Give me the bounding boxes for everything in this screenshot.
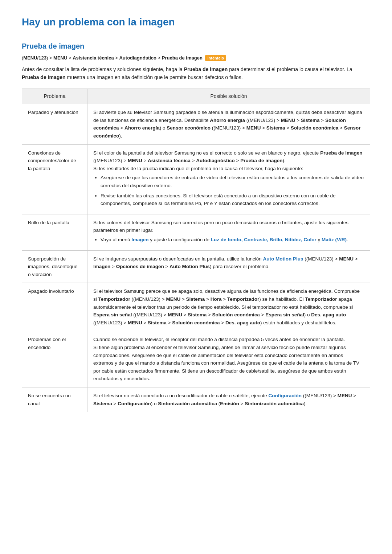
table-row: Problemas con el encendido Cuando se enc…	[22, 331, 370, 387]
problem-cell: Superposición de imágenes, desenfoque o …	[22, 250, 87, 283]
section-title: Prueba de imagen	[22, 41, 370, 52]
table-row: Conexiones de componentes/color de la pa…	[22, 144, 370, 214]
solution-cell: Si el televisor no está conectado a un d…	[87, 387, 370, 412]
problems-table: Problema Posible solución Parpadeo y ate…	[22, 89, 370, 412]
problem-cell: Problemas con el encendido	[22, 331, 87, 387]
solution-cell: Cuando se enciende el televisor, el rece…	[87, 331, 370, 387]
page-title: Hay un problema con la imagen	[22, 15, 370, 30]
problem-cell: Brillo de la pantalla	[22, 214, 87, 250]
problem-cell: Parpadeo y atenuación	[22, 104, 87, 144]
table-row: Parpadeo y atenuación Si advierte que su…	[22, 104, 370, 144]
table-row: Apagado involuntario Si el televisor Sam…	[22, 283, 370, 331]
problem-cell: Apagado involuntario	[22, 283, 87, 331]
table-row: Superposición de imágenes, desenfoque o …	[22, 250, 370, 283]
intentelo-badge[interactable]: Inténtelo	[205, 55, 226, 61]
problem-cell: Conexiones de componentes/color de la pa…	[22, 144, 87, 214]
solution-cell: Si el televisor Samsung parece que se ap…	[87, 283, 370, 331]
intro-text: Antes de consultar la lista de problemas…	[22, 65, 370, 82]
table-row: Brillo de la pantalla Si los colores del…	[22, 214, 370, 250]
solution-cell: Si advierte que su televisor Samsung par…	[87, 104, 370, 144]
solution-cell: Si los colores del televisor Samsung son…	[87, 214, 370, 250]
solution-cell: Si el color de la pantalla del televisor…	[87, 144, 370, 214]
col-header-problem: Problema	[22, 89, 87, 104]
table-row: No se encuentra un canal Si el televisor…	[22, 387, 370, 412]
col-header-solution: Posible solución	[87, 89, 370, 104]
breadcrumb: (MENU/123) > MENU > Asistencia técnica >…	[22, 54, 370, 62]
solution-cell: Si ve imágenes superpuestas o desenfocad…	[87, 250, 370, 283]
problem-cell: No se encuentra un canal	[22, 387, 87, 412]
